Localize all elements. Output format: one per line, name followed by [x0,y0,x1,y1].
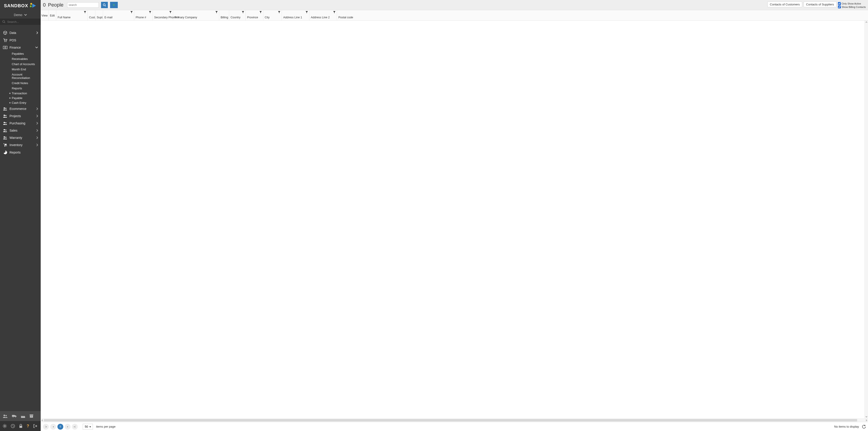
filter-icon[interactable] [278,11,280,13]
svg-point-11 [4,115,5,116]
svg-point-22 [5,415,7,416]
col-billing[interactable]: Billing [219,10,229,20]
filter-icon[interactable] [306,11,308,13]
filter-icon[interactable] [215,11,218,13]
vertical-scrollbar[interactable] [864,21,868,418]
col-edit[interactable]: Edit [49,10,56,20]
dolly-icon [3,143,8,147]
nav-month-end[interactable]: Month End [12,67,41,72]
nav-warranty[interactable]: Warranty [0,134,41,141]
col-cust[interactable]: Cust. [88,10,95,20]
col-city[interactable]: City [264,10,282,20]
col-supl[interactable]: Supl. [95,10,103,20]
filter-icon[interactable] [169,11,172,13]
horizontal-scrollbar[interactable] [41,418,868,422]
pager-first[interactable]: |◂ [43,424,49,430]
col-fullname[interactable]: Full Name [56,10,88,20]
svg-rect-27 [30,415,33,418]
pager-last[interactable]: ▸| [72,424,78,430]
col-country[interactable]: Country [229,10,246,20]
search-icon [2,20,5,23]
pager-current[interactable]: 0 [57,424,63,430]
pager-next[interactable]: ▸ [65,424,70,430]
svg-point-13 [4,122,5,123]
brand-name: SANDBOX [4,3,28,8]
nav-purchasing[interactable]: Purchasing [0,120,41,127]
nav-chart-of-accounts[interactable]: Chart of Accounts [12,62,41,67]
filter-icon[interactable] [130,11,133,13]
nav-finance-reports[interactable]: Reports [12,86,41,91]
plus-icon: + [9,96,12,100]
filter-icon[interactable] [149,11,151,13]
sidebar-search[interactable] [0,19,41,25]
nav-add-cash-entry[interactable]: +Cash Entry [9,100,41,105]
col-province[interactable]: Province [246,10,264,20]
pager-pagesize-select[interactable]: 50 [83,424,93,430]
svg-point-1 [30,3,32,5]
contacts-customers-button[interactable]: Contacts of Customers [767,2,802,7]
nav-account-reconciliation[interactable]: Account Reconciliation [12,72,41,81]
nav-finance[interactable]: Finance [0,44,41,51]
nav-add-payable[interactable]: +Payable [9,96,41,100]
nav-finance-quickadd: +Transaction +Payable +Cash Entry [0,91,41,105]
svg-line-4 [4,22,5,23]
filter-icon[interactable] [84,11,86,13]
bottom-strip-modules [0,411,41,421]
col-address2[interactable]: Address Line 2 [309,10,337,20]
filter-icon[interactable] [333,11,336,13]
sidebar-search-input[interactable] [7,20,45,24]
lock-icon[interactable] [19,424,23,428]
nav-add-transaction[interactable]: +Transaction [9,91,41,96]
plus-icon: + [9,92,12,95]
org-name: Demo [14,13,22,17]
nav-pos[interactable]: POS [0,37,41,44]
scroll-left-icon[interactable] [41,419,43,422]
contacts-suppliers-button[interactable]: Contacts of Suppliers [804,2,837,7]
filter-icon[interactable] [259,11,262,13]
filter-icon[interactable] [242,11,244,13]
nav-sales[interactable]: Sales [0,127,41,134]
factory-icon[interactable] [21,414,25,418]
logout-icon[interactable] [33,424,37,428]
col-phone[interactable]: Phone # [134,10,153,20]
gear-icon[interactable] [3,424,7,428]
pager-prev[interactable]: ◂ [50,424,56,430]
scroll-thumb[interactable] [44,419,857,422]
nav-inventory[interactable]: Inventory [0,141,41,149]
show-billing-contacts-checkbox[interactable] [838,5,841,8]
org-selector[interactable]: Demo [0,11,41,19]
refresh-icon[interactable] [862,425,866,429]
nav-credit-notes[interactable]: Credit Notes [12,81,41,86]
col-view[interactable]: View [41,10,49,20]
svg-point-20 [4,146,5,147]
search-button[interactable] [101,2,108,8]
clock-icon[interactable] [11,424,15,428]
col-postal[interactable]: Postal code [337,10,868,20]
show-billing-contacts-toggle[interactable]: Show Billing Contacts [838,5,866,8]
piechart-icon [3,150,8,154]
archive-icon[interactable] [29,414,33,418]
col-secondary-phone[interactable]: Secondary Phone # [153,10,173,20]
only-show-active-toggle[interactable]: Only Show Active [838,2,866,5]
nav-ecommerce[interactable]: Ecommerce [0,105,41,113]
only-show-active-checkbox[interactable] [838,2,841,5]
col-email[interactable]: E-mail [103,10,134,20]
svg-point-16 [5,130,6,131]
topbar: 0 People + Contacts of Customers Contact… [41,0,868,10]
col-primary-company[interactable]: Primary Company [173,10,219,20]
col-address1[interactable]: Address Line 1 [282,10,309,20]
chevron-right-icon [36,115,38,117]
nav-reports[interactable]: Reports [0,149,41,156]
truck-icon[interactable] [12,414,17,418]
svg-point-6 [6,41,6,42]
grid-search-input[interactable] [67,2,99,8]
nav-projects[interactable]: Projects [0,113,41,120]
nav-data[interactable]: Data [0,29,41,37]
people-module-icon[interactable] [3,414,8,418]
nav-payables[interactable]: Payables [12,51,41,56]
help-icon[interactable]: ? [27,424,29,429]
chevron-down-icon [24,14,27,16]
add-button[interactable]: + [110,2,118,8]
nav-receivables[interactable]: Receivables [12,56,41,62]
scroll-right-icon[interactable] [866,419,867,422]
